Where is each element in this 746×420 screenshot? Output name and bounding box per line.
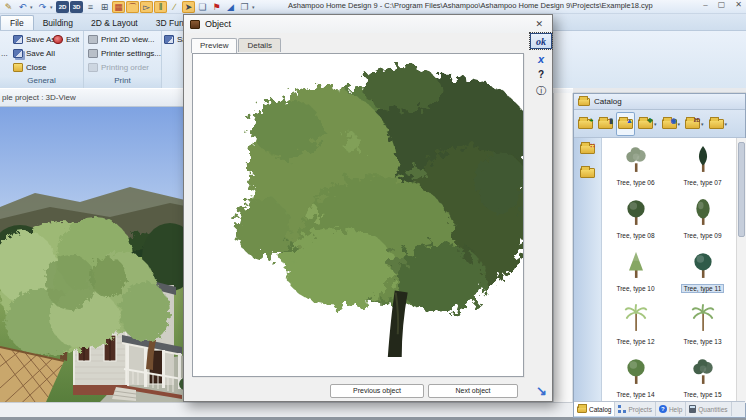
next-object-button[interactable]: Next object	[428, 384, 518, 398]
catalog-item[interactable]: Tree, type 12	[602, 297, 669, 350]
tab-building[interactable]: Building	[34, 16, 82, 30]
catalog-book-icon-button[interactable]: ▮	[596, 112, 615, 136]
printer-settings-icon	[88, 49, 98, 58]
catalog-item[interactable]: Tree, type 15	[669, 350, 736, 403]
catalog-item[interactable]: Tree, type 09	[669, 191, 736, 244]
catalog-groups-icon[interactable]: ❖	[638, 119, 653, 129]
catalog-2d-icon-button[interactable]: 2D▾	[683, 112, 706, 136]
catalog-book-icon[interactable]: ▮	[598, 119, 613, 129]
catalog-internet-icon-dropdown[interactable]: ▾	[678, 121, 681, 127]
select-copy-icon[interactable]: ▻	[140, 1, 153, 13]
exit-icon	[53, 35, 63, 44]
camera-view-icon[interactable]: ❏	[196, 1, 209, 13]
quick-access-toolbar: ✎↶▾↷▾2D3D≡⊞▦⌒▻ǁ∕➤❏⚑◢❐▾	[0, 1, 257, 13]
exit-button[interactable]: Exit	[53, 35, 79, 44]
scrollbar-thumb[interactable]	[738, 142, 745, 237]
catalog-item[interactable]: Tree, type 11	[669, 244, 736, 297]
tab-quantities[interactable]: Quantities	[686, 402, 731, 416]
undo-icon[interactable]: ↶	[16, 1, 29, 13]
cancel-x-button[interactable]: x	[538, 53, 544, 65]
catalog-toolbar: +▮▲❖▾◉▾2D▾▾	[574, 110, 745, 138]
catalog-new-folder-icon[interactable]: +	[578, 119, 593, 129]
catalog-item-label: Tree, type 07	[681, 179, 723, 186]
tab-catalog[interactable]: Catalog	[574, 402, 615, 416]
help-button[interactable]: ?	[538, 69, 544, 80]
catalog-plain-folder-icon[interactable]	[580, 168, 595, 178]
catalog-2d-icon[interactable]: 2D	[685, 119, 700, 129]
printing-order-button[interactable]: Printing order	[88, 63, 149, 72]
previous-object-button[interactable]: Previous object	[330, 384, 424, 398]
pointer-icon[interactable]: ➤	[182, 1, 195, 13]
catalog-item[interactable]: Tree, type 10	[602, 244, 669, 297]
tab-file[interactable]: File	[0, 15, 34, 30]
view-3d-icon[interactable]: 3D	[70, 1, 83, 13]
catalog-item[interactable]: Tree, type 08	[602, 191, 669, 244]
tree-thumbnail-icon	[690, 251, 716, 283]
catalog-item-label: Tree, type 06	[614, 179, 656, 186]
catalog-internet-icon[interactable]: ◉	[662, 119, 677, 129]
dialog-close-icon[interactable]: ✕	[532, 19, 546, 29]
close-icon[interactable]: ✕	[735, 0, 742, 9]
maximize-icon[interactable]: ▢	[718, 0, 726, 9]
ok-button[interactable]: ok	[530, 33, 552, 49]
clipboard-icon-dropdown[interactable]: ▾	[252, 4, 257, 10]
catalog-item-label: Tree, type 10	[614, 285, 656, 292]
projects-icon	[618, 405, 626, 413]
catalog-groups-icon-button[interactable]: ❖▾	[636, 112, 659, 136]
minimize-icon[interactable]: –	[703, 0, 707, 9]
catalog-materials-icon[interactable]	[709, 119, 724, 129]
group-label-print: Print	[84, 76, 161, 88]
clipboard-icon[interactable]: ❐	[238, 1, 251, 13]
info-button[interactable]: ⓘ	[536, 84, 546, 98]
catalog-groups-icon-dropdown[interactable]: ▾	[654, 121, 657, 127]
catalog-tab-bar: Catalog Projects ? Help Quantities	[574, 401, 745, 416]
help-icon: ?	[659, 405, 667, 413]
window-tool-icon[interactable]: ⊞	[98, 1, 111, 13]
view-2d-icon[interactable]: 2D	[56, 1, 69, 13]
close-button[interactable]: Close	[13, 63, 46, 72]
tab-details[interactable]: Details	[238, 38, 280, 52]
catalog-2d-icon-dropdown[interactable]: ▾	[701, 121, 704, 127]
close-folder-icon	[13, 63, 23, 72]
redo-icon[interactable]: ↷	[36, 1, 49, 13]
catalog-materials-icon-dropdown[interactable]: ▾	[725, 121, 728, 127]
eraser-icon[interactable]: ◢	[224, 1, 237, 13]
tab-2d-layout[interactable]: 2D & Layout	[82, 16, 147, 30]
catalog-item-label: Tree, type 08	[614, 232, 656, 239]
catalog-item[interactable]: Tree, type 07	[669, 138, 736, 191]
resize-handle-icon[interactable]: ↘	[536, 383, 547, 398]
catalog-title: Catalog	[594, 97, 622, 106]
tab-help[interactable]: ? Help	[656, 402, 686, 416]
redo-icon-dropdown[interactable]: ▾	[50, 4, 55, 10]
pencil-icon[interactable]: ✎	[2, 1, 15, 13]
tab-preview[interactable]: Preview	[191, 38, 237, 53]
printer-settings-button[interactable]: Printer settings...	[88, 49, 161, 58]
cutoff-item: ...	[1, 49, 8, 58]
catalog-new-folder-icon-button[interactable]: +	[576, 112, 595, 136]
group-label-general: General	[0, 76, 83, 88]
dimension-icon[interactable]: ∕	[168, 1, 181, 13]
catalog-item[interactable]: Tree, type 14	[602, 350, 669, 403]
undo-icon-dropdown[interactable]: ▾	[30, 4, 35, 10]
catalog-objects-icon[interactable]: ▲	[618, 119, 633, 129]
catalog-tab-icon	[577, 406, 587, 413]
catalog-favorites-folder-icon[interactable]: ∷	[580, 144, 595, 154]
tree-thumbnail-icon	[690, 145, 716, 177]
catalog-item[interactable]: Tree, type 06	[602, 138, 669, 191]
columns-icon[interactable]: ǁ	[154, 1, 167, 13]
print-2d-view-button[interactable]: Print 2D view...	[88, 35, 154, 44]
catalog-materials-icon-button[interactable]: ▾	[707, 112, 730, 136]
wall-tool-icon[interactable]: ≡	[84, 1, 97, 13]
catalog-objects-icon-button[interactable]: ▲	[616, 112, 635, 136]
quantities-icon	[689, 405, 696, 413]
save-all-icon	[13, 49, 23, 58]
catalog-scrollbar[interactable]	[736, 138, 746, 403]
save-all-button[interactable]: Save All	[13, 49, 55, 58]
printer-icon	[88, 35, 98, 44]
catalog-item[interactable]: Tree, type 13	[669, 297, 736, 350]
catalog-internet-icon-button[interactable]: ◉▾	[660, 112, 683, 136]
tab-projects[interactable]: Projects	[615, 402, 655, 416]
materials-icon[interactable]: ▦	[112, 1, 125, 13]
flag-icon[interactable]: ⚑	[210, 1, 223, 13]
roof-tool-icon[interactable]: ⌒	[126, 1, 139, 13]
